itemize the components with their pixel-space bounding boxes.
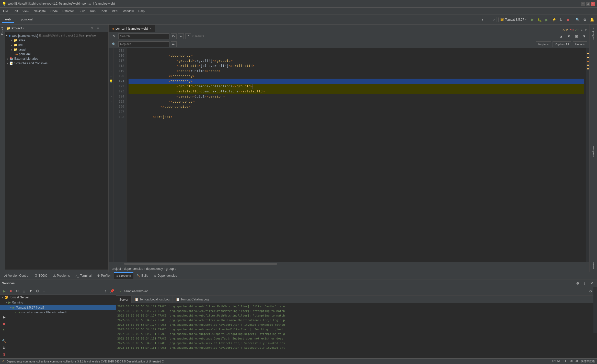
services-restart-btn[interactable]: ↻ (14, 288, 20, 294)
scrollbar-thumb[interactable] (124, 263, 277, 265)
editor-tab-pomxml[interactable]: m pom.xml (samples-web) ✕ (109, 25, 155, 32)
tree-item-scratches[interactable]: ▸ 📝 Scratches and Consoles (5, 61, 108, 66)
menu-build[interactable]: Build (76, 8, 87, 14)
services-action-settings[interactable]: ⚙ (1, 345, 7, 351)
breadcrumb-dependency[interactable]: dependency (146, 267, 163, 271)
coverage-button[interactable]: ▶ (544, 17, 550, 23)
filter-btn[interactable]: ⊞ (573, 33, 580, 39)
tab-close-icon[interactable]: ✕ (150, 27, 152, 30)
stop-button[interactable]: ■ (565, 17, 571, 23)
settings-button[interactable]: ⚙ (582, 17, 588, 23)
prev-result-btn[interactable]: ▼ (566, 33, 572, 39)
services-more-btn[interactable]: ⋮ (582, 280, 588, 286)
tree-item-pomxml[interactable]: m pom.xml (5, 52, 108, 56)
bottom-tab-profiler[interactable]: ⚙ Profiler (95, 272, 113, 279)
service-running[interactable]: ▾ ▶ Running (0, 300, 116, 305)
project-settings-btn[interactable]: ⚙ (89, 26, 95, 31)
bottom-tab-vcs[interactable]: ⎇ Version Control (1, 272, 32, 279)
log-tab-catalina[interactable]: 📋 Tomcat Catalina Log (173, 296, 212, 303)
tree-item-external-libs[interactable]: ▸ 📚 External Libraries (5, 56, 108, 61)
down-icon[interactable]: ▼ (584, 28, 587, 32)
menu-window[interactable]: Window (121, 8, 136, 14)
close-button[interactable]: ✕ (591, 2, 595, 6)
menu-tools[interactable]: Tools (98, 8, 109, 14)
bottom-tab-terminal[interactable]: >_ Terminal (73, 272, 94, 279)
replace-input[interactable] (118, 41, 169, 47)
gutter-warn-121[interactable]: 💡 (109, 79, 113, 84)
back-button[interactable]: ⟵ (482, 17, 488, 23)
service-deployment[interactable]: ✓ ⟳ samples-web:war [Synchronized] (0, 310, 116, 313)
services-stop-all-btn[interactable]: ■ (8, 288, 14, 294)
replace-all-button[interactable]: Replace All (553, 41, 571, 47)
tree-item-src[interactable]: ▸ 📁 src (5, 43, 108, 47)
gutter-fold-119[interactable]: └ (109, 68, 113, 74)
profile-button[interactable]: ⚡ (551, 17, 557, 23)
project-dropdown-icon[interactable]: ▾ (23, 27, 24, 30)
service-tomcat-instance[interactable]: ▾ ▶ Tomcat 8.5.27 [local] (0, 305, 116, 310)
case-sensitive-btn[interactable]: Cc (171, 33, 177, 39)
breadcrumb-dependencies[interactable]: dependencies (124, 267, 143, 271)
bottom-tab-services[interactable]: ≡ Services (114, 272, 133, 279)
menu-help[interactable]: Help (136, 8, 147, 14)
services-jump-btn[interactable]: ↑ (102, 288, 108, 294)
project-collapse-btn[interactable]: ≡ (95, 26, 101, 31)
services-action-redeploy[interactable]: ↻ (1, 327, 7, 333)
project-scrollbar[interactable] (5, 270, 108, 272)
breadcrumb-groupid[interactable]: groupId (166, 267, 176, 271)
code-content[interactable]: <dependency> <groupId>org.slf4j</groupId… (127, 48, 586, 262)
maven-btn[interactable]: Maven (590, 260, 597, 271)
services-group-btn[interactable]: ⊞ (21, 288, 27, 294)
tree-item-target[interactable]: ▸ 📁 target (5, 47, 108, 52)
nav-tab-web[interactable]: web (2, 17, 14, 23)
minimize-button[interactable]: ─ (581, 2, 585, 6)
services-add-btn[interactable]: + (41, 288, 47, 294)
service-tomcat-server[interactable]: ▾ 🐱 Tomcat Server (0, 295, 116, 300)
notifications-btn[interactable]: Notifications (590, 26, 597, 42)
bottom-tab-dependencies[interactable]: ⊕ Dependencies (151, 272, 180, 279)
find-icon-btn[interactable]: 🔍 (111, 41, 117, 47)
run-config-selector[interactable]: 🐱 Tomcat 8.5.27 ▾ (498, 17, 528, 22)
reload-button[interactable]: ↻ (558, 17, 564, 23)
menu-view[interactable]: View (20, 8, 31, 14)
regex-btn[interactable]: .* (185, 33, 191, 39)
update-button[interactable]: 🔔 (589, 17, 595, 23)
find-refresh-btn[interactable]: ↻ (111, 33, 117, 39)
gutter-fold-120[interactable]: ┬ (109, 74, 113, 79)
deploy-refresh-btn[interactable]: ⟳ (588, 288, 594, 294)
bottom-tab-problems[interactable]: ⚠ Problems (51, 272, 73, 279)
breadcrumb-project[interactable]: project (112, 267, 121, 271)
maximize-button[interactable]: □ (586, 2, 590, 6)
replace-button[interactable]: Replace (536, 41, 551, 47)
menu-edit[interactable]: Edit (10, 8, 20, 14)
menu-code[interactable]: Code (48, 8, 60, 14)
services-settings2-btn[interactable]: ⚙ (34, 288, 40, 294)
databases-btn[interactable]: Databases (590, 144, 597, 159)
services-action-delete[interactable]: 🗑 (1, 351, 7, 357)
run-button[interactable]: ▶ (529, 17, 535, 23)
services-action-run[interactable]: ▶ (1, 314, 7, 320)
up-icon[interactable]: ▲ (580, 28, 583, 32)
services-pin-btn[interactable]: 📌 (109, 288, 115, 294)
services-settings-btn[interactable]: ⚙ (575, 280, 581, 286)
menu-file[interactable]: File (1, 8, 10, 14)
log-tab-server[interactable]: Server (116, 296, 132, 303)
menu-run[interactable]: Run (88, 8, 98, 14)
gutter-fold-125[interactable]: └ (109, 99, 113, 104)
title-bar-controls[interactable]: ─ □ ✕ (581, 2, 595, 6)
debug-button[interactable]: 🐛 (536, 17, 543, 23)
log-tab-localhost[interactable]: 📋 Tomcat Localhost Log (132, 296, 173, 303)
services-close-btn[interactable]: ✕ (589, 280, 595, 286)
forward-button[interactable]: ⟶ (489, 17, 495, 23)
nav-tab-pomxml[interactable]: pom.xml (18, 17, 36, 23)
next-result-btn[interactable]: ▲ (558, 33, 564, 39)
match-case-btn2[interactable]: Aa (171, 41, 177, 47)
services-filter-btn[interactable]: ▼ (28, 288, 34, 294)
whole-word-btn[interactable]: W (178, 33, 184, 39)
project-tab-vertical[interactable]: Project (1, 26, 4, 37)
search-everywhere-button[interactable]: 🔍 (575, 17, 581, 23)
project-more-btn[interactable]: ⋮ (101, 26, 107, 31)
services-run-btn[interactable]: ▶ (1, 288, 7, 294)
search-input[interactable] (118, 33, 169, 39)
bottom-tab-todo[interactable]: ☑ TODO (32, 272, 50, 279)
menu-vcs[interactable]: VCS (110, 8, 120, 14)
